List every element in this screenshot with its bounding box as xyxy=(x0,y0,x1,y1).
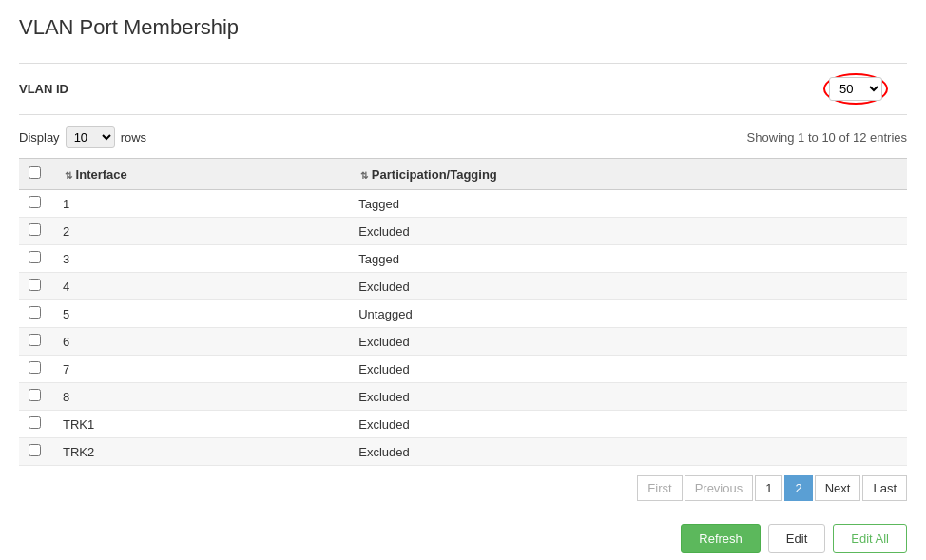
row-participation: Tagged xyxy=(349,190,907,218)
sort-up-icon: ⇅ xyxy=(65,170,72,181)
table-row: 7 Excluded xyxy=(19,356,907,383)
row-interface: 8 xyxy=(53,383,349,411)
table-row: 6 Excluded xyxy=(19,328,907,356)
row-interface: 7 xyxy=(53,356,349,383)
row-interface: 2 xyxy=(53,218,349,245)
table-body: 1 Tagged 2 Excluded 3 Tagged 4 Excluded xyxy=(19,190,907,466)
pagination-last-button[interactable]: Last xyxy=(862,475,907,501)
table-row: 1 Tagged xyxy=(19,190,907,218)
header-participation[interactable]: ⇅ Participation/Tagging xyxy=(349,159,907,190)
row-checkbox-cell xyxy=(19,218,53,245)
row-checkbox[interactable] xyxy=(29,223,41,236)
row-participation: Untagged xyxy=(349,300,907,328)
row-checkbox[interactable] xyxy=(29,444,41,456)
row-checkbox-cell xyxy=(19,300,53,328)
row-participation: Tagged xyxy=(349,245,907,273)
pagination-page1-button[interactable]: 1 xyxy=(755,475,782,501)
row-interface: 3 xyxy=(53,245,349,273)
header-participation-label: ⇅ Participation/Tagging xyxy=(358,167,497,182)
row-checkbox-cell xyxy=(19,356,53,383)
display-post-label: rows xyxy=(121,130,146,145)
display-row: Display 10 25 50 100 rows Showing 1 to 1… xyxy=(19,126,907,148)
port-membership-table: ⇅ Interface ⇅ Participation/Tagging 1 Ta… xyxy=(19,158,907,466)
display-pre-label: Display xyxy=(19,130,60,145)
row-checkbox[interactable] xyxy=(29,416,41,429)
showing-text: Showing 1 to 10 of 12 entries xyxy=(747,130,907,145)
sort-participation-icon: ⇅ xyxy=(360,170,368,181)
table-row: 5 Untagged xyxy=(19,300,907,328)
row-participation: Excluded xyxy=(349,356,907,383)
row-checkbox[interactable] xyxy=(29,361,41,374)
row-interface: 4 xyxy=(53,273,349,300)
pagination-first-button[interactable]: First xyxy=(637,475,682,501)
row-checkbox-cell xyxy=(19,328,53,356)
edit-all-button[interactable]: Edit All xyxy=(833,524,907,553)
row-checkbox-cell xyxy=(19,245,53,273)
row-participation: Excluded xyxy=(349,328,907,356)
row-checkbox-cell xyxy=(19,438,53,466)
row-interface: 1 xyxy=(53,190,349,218)
row-participation: Excluded xyxy=(349,383,907,411)
page-title: VLAN Port Membership xyxy=(19,15,907,48)
page-wrapper: VLAN Port Membership VLAN ID 50 1 10 20 … xyxy=(0,0,926,560)
table-row: 8 Excluded xyxy=(19,383,907,411)
row-interface: 6 xyxy=(53,328,349,356)
row-checkbox[interactable] xyxy=(29,251,41,263)
row-checkbox-cell xyxy=(19,383,53,411)
row-participation: Excluded xyxy=(349,218,907,245)
pagination-row: First Previous 1 2 Next Last xyxy=(19,475,907,501)
row-participation: Excluded xyxy=(349,273,907,300)
display-left: Display 10 25 50 100 rows xyxy=(19,126,146,148)
row-checkbox[interactable] xyxy=(29,389,41,401)
table-row: TRK1 Excluded xyxy=(19,411,907,438)
table-header-row: ⇅ Interface ⇅ Participation/Tagging xyxy=(19,159,907,190)
pagination-page2-button[interactable]: 2 xyxy=(784,475,812,501)
row-checkbox[interactable] xyxy=(29,196,41,208)
vlan-id-select-wrapper: 50 1 10 20 100 xyxy=(823,73,888,105)
row-checkbox[interactable] xyxy=(29,306,41,319)
refresh-button[interactable]: Refresh xyxy=(681,524,761,553)
table-row: 4 Excluded xyxy=(19,273,907,300)
table-row: 3 Tagged xyxy=(19,245,907,273)
select-all-checkbox[interactable] xyxy=(29,166,41,179)
action-row: Refresh Edit Edit All xyxy=(19,524,907,553)
pagination-next-button[interactable]: Next xyxy=(815,475,861,501)
row-checkbox-cell xyxy=(19,411,53,438)
table-row: 2 Excluded xyxy=(19,218,907,245)
pagination-previous-button[interactable]: Previous xyxy=(685,475,754,501)
vlan-id-select[interactable]: 50 1 10 20 100 xyxy=(829,77,882,101)
row-checkbox[interactable] xyxy=(29,279,41,291)
header-interface[interactable]: ⇅ Interface xyxy=(53,159,349,190)
row-checkbox-cell xyxy=(19,190,53,218)
row-checkbox-cell xyxy=(19,273,53,300)
row-interface: TRK1 xyxy=(53,411,349,438)
header-checkbox-col xyxy=(19,159,53,190)
row-participation: Excluded xyxy=(349,411,907,438)
vlan-id-circle-highlight: 50 1 10 20 100 xyxy=(823,73,888,105)
header-interface-label: ⇅ Interface xyxy=(63,167,127,182)
row-participation: Excluded xyxy=(349,438,907,466)
row-interface: TRK2 xyxy=(53,438,349,466)
rows-per-page-select[interactable]: 10 25 50 100 xyxy=(66,126,115,148)
table-row: TRK2 Excluded xyxy=(19,438,907,466)
edit-button[interactable]: Edit xyxy=(768,524,825,553)
row-checkbox[interactable] xyxy=(29,334,41,346)
row-interface: 5 xyxy=(53,300,349,328)
vlan-id-label: VLAN ID xyxy=(19,82,114,96)
vlan-id-row: VLAN ID 50 1 10 20 100 xyxy=(19,63,907,115)
